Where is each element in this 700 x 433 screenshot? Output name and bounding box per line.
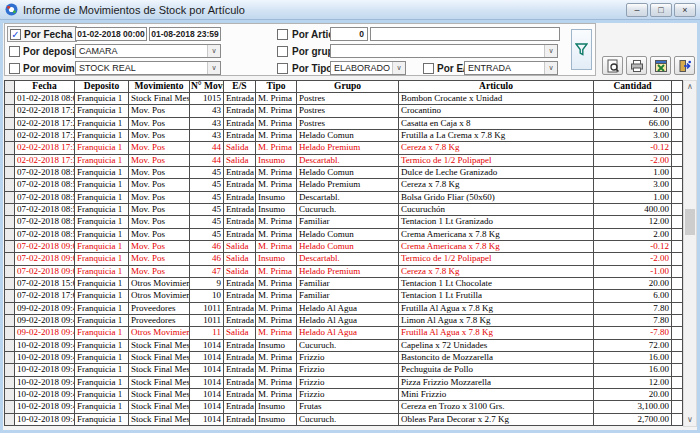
por-movim-checkbox[interactable] [9, 63, 20, 74]
column-header-es[interactable]: E/S [224, 81, 256, 93]
cell-deposito: Franquicia 1 [75, 167, 129, 179]
date-from-input[interactable]: 01-02-2018 00:00 [75, 27, 147, 41]
table-row[interactable]: 10-02-2018 09:41Franquicia 1Stock Final … [5, 401, 683, 413]
scrollbar-thumb[interactable] [685, 209, 695, 235]
cell-nmovim: 45 [190, 179, 224, 191]
table-row[interactable]: 02-02-2018 17:33Franquicia 1Mov. Pos44Sa… [5, 142, 683, 154]
cell-cantidad: 12.00 [594, 216, 672, 228]
table-row[interactable]: 07-02-2018 08:57Franquicia 1Mov. Pos45En… [5, 179, 683, 191]
print-preview-button[interactable] [602, 56, 623, 75]
table-row[interactable]: 09-02-2018 09:47Franquicia 1Otros Movimi… [5, 327, 683, 339]
tipo-art-select[interactable]: ELABORADO ∨ [330, 61, 406, 75]
es-select[interactable]: ENTRADA ∨ [464, 61, 558, 75]
export-excel-button[interactable] [650, 56, 671, 75]
table-row[interactable]: 10-02-2018 09:41Franquicia 1Stock Final … [5, 389, 683, 401]
table-row[interactable]: 09-02-2018 09:45Franquicia 1Proveedores1… [5, 303, 683, 315]
cell-sel [5, 340, 15, 352]
table-row[interactable]: 10-02-2018 09:41Franquicia 1Stock Final … [5, 340, 683, 352]
table-row[interactable]: 07-02-2018 17:02Franquicia 1Otros Movimi… [5, 290, 683, 302]
close-button[interactable]: × [674, 3, 696, 17]
por-articulo-checkbox[interactable] [277, 29, 288, 40]
table-row[interactable]: 10-02-2018 09:41Franquicia 1Stock Final … [5, 377, 683, 389]
cell-fecha: 07-02-2018 08:57 [15, 167, 75, 179]
maximize-button[interactable]: □ [650, 3, 672, 17]
por-fecha-group[interactable]: ✓ Por Fecha [7, 26, 77, 42]
print-button[interactable] [626, 56, 647, 75]
table-row[interactable]: 01-02-2018 08:00Franquicia 1Stock Final … [5, 93, 683, 105]
deposito-select[interactable]: CAMARA ∨ [75, 44, 221, 58]
chevron-down-icon[interactable]: ∨ [207, 45, 220, 57]
cell-es: Entrada [224, 167, 256, 179]
table-row[interactable]: 07-02-2018 08:57Franquicia 1Mov. Pos45En… [5, 204, 683, 216]
cell-sel [5, 105, 15, 117]
column-header-grupo[interactable]: Grupo [297, 81, 399, 93]
vertical-scrollbar[interactable]: ∧ ∨ [683, 80, 697, 427]
date-to-input[interactable]: 01-08-2018 23:59 [149, 27, 221, 41]
table-row[interactable]: 02-02-2018 17:26Franquicia 1Mov. Pos43En… [5, 105, 683, 117]
chevron-down-icon[interactable]: ∨ [207, 62, 220, 74]
column-header-articulo[interactable]: Articulo [399, 81, 594, 93]
column-header-tipo[interactable]: Tipo [256, 81, 297, 93]
cell-fill [672, 364, 683, 376]
cell-deposito: Franquicia 1 [75, 352, 129, 364]
table-row[interactable]: 07-02-2018 08:57Franquicia 1Mov. Pos45En… [5, 229, 683, 241]
table-row[interactable]: 07-02-2018 08:57Franquicia 1Mov. Pos45En… [5, 167, 683, 179]
cell-cantidad: -1.00 [594, 266, 672, 278]
cell-grupo: Descartabl. [297, 253, 399, 265]
cell-tipo: Insumo [256, 204, 297, 216]
cell-sel [5, 253, 15, 265]
cell-grupo: Helado Premium [297, 142, 399, 154]
cell-grupo: Helado Comun [297, 241, 399, 253]
cell-deposito: Franquicia 1 [75, 253, 129, 265]
scroll-down-icon[interactable]: ∨ [684, 414, 696, 426]
table-row[interactable]: 10-02-2018 09:41Franquicia 1Stock Final … [5, 414, 683, 426]
table-row[interactable]: 09-02-2018 09:45Franquicia 1Proveedores1… [5, 315, 683, 327]
cell-deposito: Franquicia 1 [75, 229, 129, 241]
table-row[interactable]: 07-02-2018 08:57Franquicia 1Mov. Pos45En… [5, 216, 683, 228]
por-grupo-checkbox[interactable] [277, 46, 288, 57]
por-tipo-art-checkbox[interactable] [277, 63, 288, 74]
cell-tipo: M. Prima [256, 377, 297, 389]
minimize-button[interactable]: – [626, 3, 648, 17]
apply-filter-button[interactable] [571, 29, 592, 70]
chevron-down-icon[interactable]: ∨ [392, 62, 405, 74]
table-row[interactable]: 07-02-2018 09:02Franquicia 1Mov. Pos47Sa… [5, 266, 683, 278]
articulo-code-input[interactable]: 0 [330, 27, 368, 41]
movimiento-select[interactable]: STOCK REAL ∨ [75, 61, 221, 75]
export-excel-icon [654, 59, 668, 73]
cell-deposito: Franquicia 1 [75, 401, 129, 413]
table-row[interactable]: 07-02-2018 15:00Franquicia 1Otros Movimi… [5, 278, 683, 290]
table-row[interactable]: 07-02-2018 09:01Franquicia 1Mov. Pos46Sa… [5, 253, 683, 265]
column-header-deposito[interactable]: Deposito [75, 81, 129, 93]
table-row[interactable]: 02-02-2018 17:26Franquicia 1Mov. Pos43En… [5, 130, 683, 142]
cell-tipo: M. Prima [256, 179, 297, 191]
cell-sel [5, 204, 15, 216]
table-row[interactable]: 02-02-2018 17:33Franquicia 1Mov. Pos44Sa… [5, 155, 683, 167]
cell-movimiento: Stock Final Mes [129, 389, 190, 401]
column-header-cantidad[interactable]: Cantidad [594, 81, 672, 93]
cell-cantidad: 72.00 [594, 340, 672, 352]
column-header-nmovim[interactable]: N° Movim [190, 81, 224, 93]
cell-cantidad: 2,700.00 [594, 414, 672, 426]
grupo-select[interactable]: ∨ [330, 44, 558, 58]
cell-sel [5, 315, 15, 327]
cell-movimiento: Otros Movimientos [129, 290, 190, 302]
cell-grupo: Cucuruch. [297, 340, 399, 352]
table-row[interactable]: 07-02-2018 08:57Franquicia 1Mov. Pos45En… [5, 192, 683, 204]
cell-es: Entrada [224, 278, 256, 290]
articulo-name-input[interactable] [370, 27, 560, 41]
chevron-down-icon[interactable]: ∨ [544, 45, 557, 57]
table-row[interactable]: 10-02-2018 09:41Franquicia 1Stock Final … [5, 364, 683, 376]
por-deposito-checkbox[interactable] [9, 46, 20, 57]
por-es-checkbox[interactable] [423, 63, 434, 74]
table-row[interactable]: 10-02-2018 09:41Franquicia 1Stock Final … [5, 352, 683, 364]
cell-sel [5, 229, 15, 241]
column-header-fecha[interactable]: Fecha [15, 81, 75, 93]
exit-button[interactable] [674, 56, 695, 75]
table-row[interactable]: 02-02-2018 17:26Franquicia 1Mov. Pos43En… [5, 118, 683, 130]
chevron-down-icon[interactable]: ∨ [544, 62, 557, 74]
scroll-up-icon[interactable]: ∧ [684, 81, 696, 93]
por-fecha-checkbox[interactable]: ✓ [10, 29, 21, 40]
column-header-movimiento[interactable]: Movimiento [129, 81, 190, 93]
table-row[interactable]: 07-02-2018 09:01Franquicia 1Mov. Pos46Sa… [5, 241, 683, 253]
